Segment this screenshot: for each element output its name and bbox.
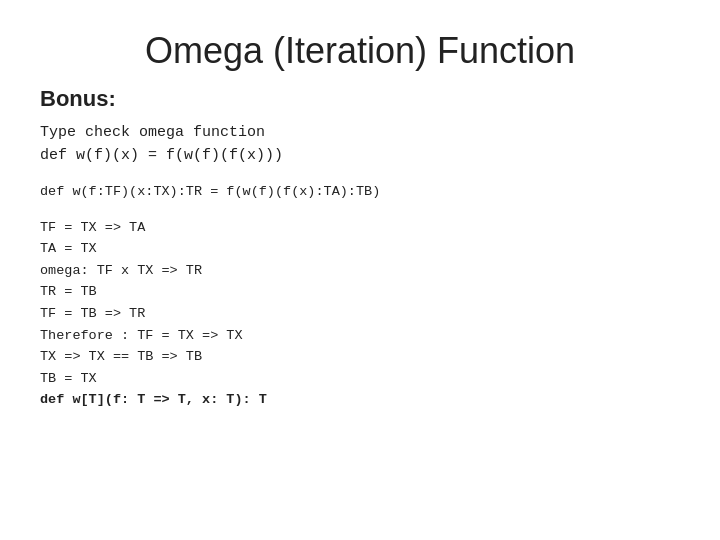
constraint-line5: TF = TB => TR — [40, 303, 680, 325]
constraint-line7: TX => TX == TB => TB — [40, 346, 680, 368]
constraint-line9: def w[T](f: T => T, x: T): T — [40, 389, 680, 411]
page-title: Omega (Iteration) Function — [40, 30, 680, 72]
constraint-line3: omega: TF x TX => TR — [40, 260, 680, 282]
bonus-label: Bonus: — [40, 86, 680, 112]
typecheck-intro: Type check omega function — [40, 122, 680, 145]
constraint-line1: TF = TX => TA — [40, 217, 680, 239]
constraint-line6: Therefore : TF = TX => TX — [40, 325, 680, 347]
def-line1: def w(f)(x) = f(w(f)(f(x))) — [40, 145, 680, 168]
constraint-line2: TA = TX — [40, 238, 680, 260]
constraint-line8: TB = TX — [40, 368, 680, 390]
main-container: Omega (Iteration) Function Bonus: Type c… — [0, 0, 720, 441]
def-line2: def w(f:TF)(x:TX):TR = f(w(f)(f(x):TA):T… — [40, 181, 680, 203]
constraint-line4: TR = TB — [40, 281, 680, 303]
